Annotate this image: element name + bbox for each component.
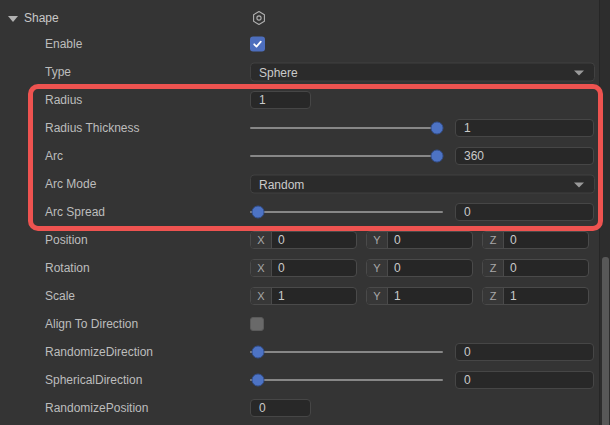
scale-z-value: 1 bbox=[504, 288, 517, 304]
position-x-value: 0 bbox=[272, 232, 285, 248]
type-dropdown[interactable]: Sphere bbox=[250, 63, 595, 82]
row-type: Type Sphere bbox=[0, 58, 610, 86]
slider-thumb[interactable] bbox=[251, 206, 264, 219]
arc-input[interactable]: 360 bbox=[455, 147, 594, 165]
vertical-scrollbar[interactable] bbox=[599, 0, 610, 425]
arc-value: 360 bbox=[456, 149, 484, 163]
spherical-direction-slider[interactable] bbox=[250, 366, 443, 394]
radius-thickness-slider[interactable] bbox=[250, 114, 443, 142]
row-position: Position X 0 Y 0 Z 0 bbox=[0, 226, 610, 254]
radius-label: Radius bbox=[45, 93, 82, 107]
slider-thumb[interactable] bbox=[251, 374, 264, 387]
slider-track[interactable] bbox=[250, 127, 443, 129]
randomize-direction-input[interactable]: 0 bbox=[455, 343, 594, 361]
slider-track[interactable] bbox=[250, 351, 443, 353]
row-arc: Arc 360 bbox=[0, 142, 610, 170]
position-x-field[interactable]: X 0 bbox=[250, 231, 357, 249]
checkmark-icon bbox=[252, 39, 263, 50]
scale-z-field[interactable]: Z 1 bbox=[482, 287, 589, 305]
type-dropdown-value: Sphere bbox=[251, 65, 298, 79]
randomize-position-value: 0 bbox=[251, 401, 266, 415]
row-spherical-direction: SphericalDirection 0 bbox=[0, 366, 610, 394]
row-rotation: Rotation X 0 Y 0 Z 0 bbox=[0, 254, 610, 282]
randomize-direction-label: RandomizeDirection bbox=[45, 345, 153, 359]
axis-x-label: X bbox=[251, 232, 272, 248]
spherical-direction-value: 0 bbox=[456, 373, 471, 387]
shape-module-header: Shape bbox=[0, 4, 610, 32]
scale-y-value: 1 bbox=[388, 288, 401, 304]
randomize-position-label: RandomizePosition bbox=[45, 401, 148, 415]
module-title: Shape bbox=[24, 11, 59, 25]
arc-spread-value: 0 bbox=[456, 205, 471, 219]
row-arc-mode: Arc Mode Random bbox=[0, 170, 610, 198]
rotation-x-field[interactable]: X 0 bbox=[250, 259, 357, 277]
chevron-down-icon bbox=[574, 70, 584, 75]
rotation-y-value: 0 bbox=[388, 260, 401, 276]
spherical-direction-input[interactable]: 0 bbox=[455, 371, 594, 389]
slider-track[interactable] bbox=[250, 379, 443, 381]
radius-input[interactable]: 1 bbox=[250, 91, 311, 109]
scale-x-value: 1 bbox=[272, 288, 285, 304]
position-label: Position bbox=[45, 233, 88, 247]
align-to-direction-checkbox[interactable] bbox=[250, 317, 264, 331]
randomize-direction-value: 0 bbox=[456, 345, 471, 359]
scale-y-field[interactable]: Y 1 bbox=[366, 287, 473, 305]
position-y-value: 0 bbox=[388, 232, 401, 248]
radius-thickness-label: Radius Thickness bbox=[45, 121, 140, 135]
slider-track[interactable] bbox=[250, 155, 443, 157]
radius-thickness-value: 1 bbox=[456, 121, 471, 135]
arc-slider[interactable] bbox=[250, 142, 443, 170]
settings-gear-icon[interactable] bbox=[251, 10, 267, 26]
scrollbar-thumb[interactable] bbox=[602, 257, 609, 425]
arc-spread-slider[interactable] bbox=[250, 198, 443, 226]
scale-label: Scale bbox=[45, 289, 75, 303]
randomize-direction-slider[interactable] bbox=[250, 338, 443, 366]
row-arc-spread: Arc Spread 0 bbox=[0, 198, 610, 226]
slider-track[interactable] bbox=[250, 211, 443, 213]
rotation-label: Rotation bbox=[45, 261, 90, 275]
align-to-direction-label: Align To Direction bbox=[45, 317, 138, 331]
rotation-y-field[interactable]: Y 0 bbox=[366, 259, 473, 277]
row-radius-thickness: Radius Thickness 1 bbox=[0, 114, 610, 142]
row-radius: Radius 1 bbox=[0, 86, 610, 114]
arc-spread-input[interactable]: 0 bbox=[455, 203, 594, 221]
position-z-value: 0 bbox=[504, 232, 517, 248]
row-randomize-direction: RandomizeDirection 0 bbox=[0, 338, 610, 366]
axis-x-label: X bbox=[251, 260, 272, 276]
row-align-to-direction: Align To Direction bbox=[0, 310, 610, 338]
enable-label: Enable bbox=[45, 37, 82, 51]
radius-value: 1 bbox=[251, 93, 266, 107]
type-label: Type bbox=[45, 65, 71, 79]
row-enable: Enable bbox=[0, 30, 610, 58]
enable-checkbox[interactable] bbox=[250, 37, 265, 52]
rotation-z-value: 0 bbox=[504, 260, 517, 276]
position-z-field[interactable]: Z 0 bbox=[482, 231, 589, 249]
axis-z-label: Z bbox=[483, 232, 504, 248]
foldout-expanded-icon[interactable] bbox=[8, 16, 18, 22]
row-randomize-position: RandomizePosition 0 bbox=[0, 394, 610, 422]
scale-x-field[interactable]: X 1 bbox=[250, 287, 357, 305]
arc-mode-dropdown[interactable]: Random bbox=[250, 175, 595, 194]
axis-z-label: Z bbox=[483, 288, 504, 304]
rotation-x-value: 0 bbox=[272, 260, 285, 276]
slider-thumb[interactable] bbox=[431, 122, 444, 135]
axis-z-label: Z bbox=[483, 260, 504, 276]
arc-spread-label: Arc Spread bbox=[45, 205, 105, 219]
spherical-direction-label: SphericalDirection bbox=[45, 373, 142, 387]
row-scale: Scale X 1 Y 1 Z 1 bbox=[0, 282, 610, 310]
slider-thumb[interactable] bbox=[251, 346, 264, 359]
position-y-field[interactable]: Y 0 bbox=[366, 231, 473, 249]
randomize-position-input[interactable]: 0 bbox=[250, 399, 311, 417]
arc-mode-dropdown-value: Random bbox=[251, 177, 304, 191]
rotation-z-field[interactable]: Z 0 bbox=[482, 259, 589, 277]
radius-thickness-input[interactable]: 1 bbox=[455, 119, 594, 137]
axis-x-label: X bbox=[251, 288, 272, 304]
slider-thumb[interactable] bbox=[431, 150, 444, 163]
axis-y-label: Y bbox=[367, 288, 388, 304]
arc-label: Arc bbox=[45, 149, 63, 163]
arc-mode-label: Arc Mode bbox=[45, 177, 96, 191]
axis-y-label: Y bbox=[367, 260, 388, 276]
chevron-down-icon bbox=[574, 182, 584, 187]
axis-y-label: Y bbox=[367, 232, 388, 248]
